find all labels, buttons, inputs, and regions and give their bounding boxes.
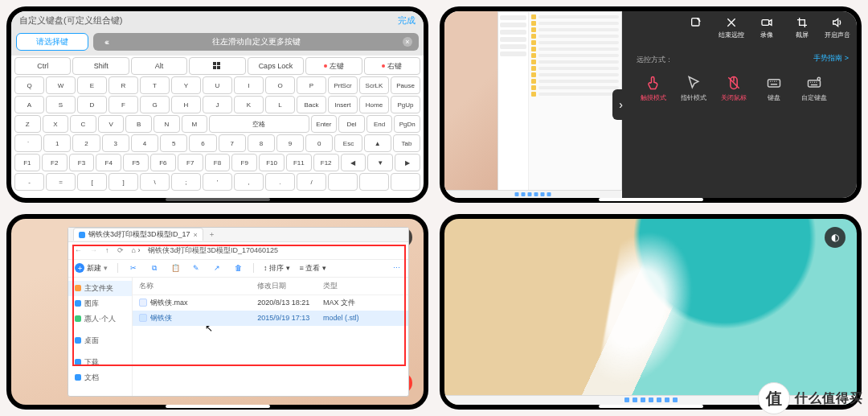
file-row[interactable]: 钢铁侠.max2020/8/13 18:21MAX 文件: [133, 295, 408, 311]
paste-icon[interactable]: 📋: [170, 264, 181, 272]
col-date[interactable]: 修改日期: [257, 281, 323, 291]
key-g[interactable]: G: [140, 96, 170, 113]
key-del[interactable]: Del: [338, 115, 365, 133]
key--[interactable]: -: [14, 173, 44, 191]
edit-icon[interactable]: [683, 16, 709, 31]
sidebar-item[interactable]: 图库: [68, 296, 132, 311]
key-f8[interactable]: F8: [205, 154, 231, 171]
key-y[interactable]: Y: [171, 76, 201, 94]
rename-icon[interactable]: ✎: [190, 264, 202, 272]
key-;[interactable]: ;: [171, 173, 201, 191]
key-7[interactable]: 7: [219, 134, 246, 152]
key-p[interactable]: P: [297, 76, 326, 94]
key-m[interactable]: M: [182, 115, 208, 133]
key-f2[interactable]: F2: [42, 154, 68, 171]
key-alt[interactable]: Alt: [131, 57, 187, 75]
key-blank[interactable]: [328, 173, 358, 191]
nav-up-icon[interactable]: ↑: [105, 246, 109, 254]
key-back[interactable]: Back: [297, 96, 326, 113]
key-f5[interactable]: F5: [123, 154, 149, 171]
breadcrumb-path[interactable]: 钢铁侠3d打印模型3D模型ID_170460125: [148, 245, 278, 256]
sidebar-item[interactable]: 主文件夹: [68, 281, 132, 296]
key-f1[interactable]: F1: [14, 154, 40, 171]
close-icon[interactable]: ×: [403, 37, 412, 47]
key-z[interactable]: Z: [14, 115, 41, 133]
sidebar-item[interactable]: 下载: [68, 355, 132, 370]
window-tab[interactable]: 钢铁侠3d打印模型3D模型ID_17 ×: [73, 228, 203, 241]
key-5[interactable]: 5: [160, 134, 187, 152]
key-x[interactable]: X: [43, 115, 69, 133]
key-t[interactable]: T: [140, 76, 170, 94]
key-◀[interactable]: ◀: [341, 154, 366, 171]
key-f6[interactable]: F6: [150, 154, 176, 171]
key-tab[interactable]: Tab: [393, 134, 420, 152]
sidebar-item[interactable]: 惠人·个人: [68, 311, 132, 327]
key-0[interactable]: 0: [305, 134, 333, 152]
key-e[interactable]: E: [77, 76, 107, 94]
key-blank[interactable]: [391, 173, 420, 191]
keyboard-icon[interactable]: 键盘: [757, 75, 791, 102]
key-pgup[interactable]: PgUp: [391, 96, 420, 113]
new-tab-button[interactable]: ＋: [208, 229, 215, 240]
key-f9[interactable]: F9: [231, 154, 257, 171]
key-/[interactable]: /: [297, 173, 326, 191]
key-空格[interactable]: 空格: [209, 115, 309, 133]
key-pgdn[interactable]: PgDn: [394, 115, 420, 133]
key-q[interactable]: Q: [14, 76, 44, 94]
share-icon[interactable]: ↗: [211, 264, 223, 272]
key-capslock[interactable]: Caps Lock: [248, 57, 304, 75]
key-`[interactable]: `: [14, 134, 42, 152]
breadcrumb-home-icon[interactable]: ⌂ ›: [132, 246, 141, 254]
col-type[interactable]: 类型: [323, 281, 402, 291]
key-3[interactable]: 3: [102, 134, 129, 152]
key-▶[interactable]: ▶: [395, 154, 420, 171]
key-9[interactable]: 9: [276, 134, 304, 152]
sort-button[interactable]: ↕ 排序 ▾: [264, 263, 290, 274]
nav-back-icon[interactable]: ←: [75, 246, 82, 254]
touch-mode-icon[interactable]: 触摸模式: [637, 75, 670, 102]
end-remote-icon[interactable]: 结束远控: [719, 16, 744, 39]
nav-forward-icon[interactable]: →: [90, 246, 97, 254]
key-=[interactable]: =: [46, 173, 76, 191]
key-ctrl[interactable]: Ctrl: [14, 57, 71, 75]
key-.[interactable]: .: [265, 173, 295, 191]
key-o[interactable]: O: [265, 76, 295, 94]
key-enter[interactable]: Enter: [311, 115, 338, 133]
key-f[interactable]: F: [108, 96, 138, 113]
key-pause[interactable]: Pause: [391, 76, 420, 94]
file-row[interactable]: 钢铁侠2015/9/19 17:13model (.stl): [133, 311, 408, 326]
key-k[interactable]: K: [234, 96, 264, 113]
record-icon[interactable]: 录像: [754, 16, 780, 39]
pointer-mode-icon[interactable]: 指针模式: [677, 75, 710, 102]
select-key-pill[interactable]: 请选择键: [16, 33, 88, 51]
key-rightclick[interactable]: 右键: [364, 57, 420, 75]
key-a[interactable]: A: [14, 96, 44, 113]
key-\[interactable]: \: [140, 173, 170, 191]
delete-icon[interactable]: 🗑: [232, 264, 244, 272]
key-w[interactable]: W: [46, 76, 76, 94]
view-button[interactable]: ≡ 查看 ▾: [300, 263, 326, 274]
key-esc[interactable]: Esc: [334, 134, 362, 152]
key-insert[interactable]: Insert: [328, 96, 358, 113]
key-f10[interactable]: F10: [259, 154, 285, 171]
key-d[interactable]: D: [77, 96, 107, 113]
key-4[interactable]: 4: [131, 134, 158, 152]
custom-kb-icon[interactable]: 自定键盘: [797, 75, 831, 102]
close-tab-icon[interactable]: ×: [194, 231, 198, 239]
key-scrlk[interactable]: ScrLK: [359, 76, 389, 94]
screenshot-icon[interactable]: 截屏: [789, 16, 815, 39]
key-i[interactable]: I: [234, 76, 264, 94]
key-win[interactable]: [189, 57, 245, 75]
sidebar-item[interactable]: 桌面: [68, 333, 132, 348]
collapse-panel-button[interactable]: ›: [612, 89, 630, 120]
key-][interactable]: ]: [108, 173, 138, 191]
minimize-bubble-icon[interactable]: ◐: [825, 227, 845, 248]
key-l[interactable]: L: [265, 96, 295, 113]
key-1[interactable]: 1: [43, 134, 71, 152]
nav-refresh-icon[interactable]: ⟳: [117, 246, 124, 254]
key-f4[interactable]: F4: [96, 154, 121, 171]
key-,[interactable]: ,: [234, 173, 264, 191]
cut-icon[interactable]: ✂: [128, 264, 139, 272]
key-▲[interactable]: ▲: [364, 134, 391, 152]
col-name[interactable]: 名称: [139, 281, 257, 291]
